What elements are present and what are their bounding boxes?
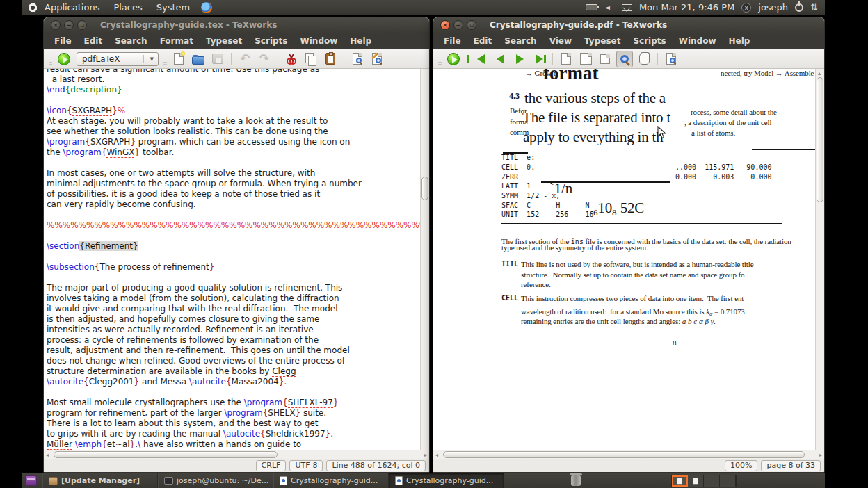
clock[interactable]: Mon Mar 21, 9:46 PM: [639, 2, 734, 13]
editor-titlebar[interactable]: × − ▫ Crystallography-guide.tex - TeXwor…: [44, 17, 429, 33]
battery-icon[interactable]: [586, 4, 597, 10]
menu-help[interactable]: Help: [344, 33, 378, 49]
fit-width-button[interactable]: [577, 51, 594, 67]
scroll-up-arrow[interactable]: ▴: [818, 70, 821, 76]
pdf-text: LATT 1: [501, 182, 531, 190]
menu-edit[interactable]: Edit: [78, 33, 109, 49]
minimize-button[interactable]: −: [453, 20, 463, 30]
scrollbar-thumb[interactable]: [817, 77, 823, 202]
code-segment: minimal adjustments to the space group o…: [47, 179, 362, 188]
engine-select[interactable]: pdfLaTeX: [77, 52, 159, 66]
pdf-horizontal-scrollbar[interactable]: ◂ ▸: [433, 450, 824, 459]
scrollbar-thumb[interactable]: [443, 451, 805, 458]
menu-help[interactable]: Help: [723, 33, 757, 49]
mail-icon[interactable]: [622, 4, 632, 11]
panel-menu-system[interactable]: System: [150, 2, 197, 13]
pdf-vertical-scrollbar[interactable]: ▴: [815, 69, 824, 451]
last-page-button[interactable]: [531, 51, 547, 67]
taskbar-window-button[interactable]: [Update Manager]: [42, 473, 158, 488]
menu-search[interactable]: Search: [498, 33, 542, 49]
maximize-button[interactable]: ▫: [467, 20, 476, 30]
firefox-icon[interactable]: [201, 2, 212, 13]
editor-text-area[interactable]: result can save a significant amount of …: [44, 69, 429, 451]
scroll-left-arrow[interactable]: ◂: [46, 452, 49, 458]
minimize-button[interactable]: −: [64, 20, 74, 30]
find-button[interactable]: [349, 51, 366, 67]
volume-icon[interactable]: ◄---: [604, 3, 615, 11]
toolbar-grip[interactable]: [438, 54, 442, 65]
code-segment: Massa2004: [232, 377, 279, 387]
scroll-left-arrow[interactable]: ◂: [435, 452, 438, 458]
scroll-right-arrow[interactable]: ▸: [819, 452, 822, 458]
toolbar-grip[interactable]: [49, 54, 52, 65]
fit-window-button[interactable]: [597, 51, 613, 67]
menu-typeset[interactable]: Typeset: [200, 33, 248, 49]
taskbar-window-button[interactable]: Crystallography-guid...: [273, 473, 389, 488]
undo-button[interactable]: ↶: [236, 51, 253, 67]
close-button[interactable]: ×: [51, 20, 61, 30]
typeset-button[interactable]: [445, 51, 462, 67]
open-file-button[interactable]: [190, 51, 207, 67]
new-file-button[interactable]: [170, 51, 187, 67]
menu-file[interactable]: File: [437, 33, 467, 49]
hand-tool-button[interactable]: [636, 51, 652, 67]
editor-line: [47, 231, 429, 241]
maximize-button[interactable]: ▫: [77, 20, 87, 30]
workspace-3[interactable]: [704, 475, 720, 487]
panel-menu-applications[interactable]: Applications: [38, 2, 106, 13]
close-button[interactable]: ×: [440, 20, 450, 30]
username[interactable]: joseph: [758, 2, 788, 13]
pdf-text: CELL: [501, 294, 518, 302]
scrollbar-thumb[interactable]: [421, 177, 428, 200]
fit-window-icon: [600, 54, 610, 64]
menu-window[interactable]: Window: [294, 33, 344, 49]
next-page-button[interactable]: [511, 51, 528, 67]
updown-arrows-icon[interactable]: ⇅: [810, 2, 818, 13]
find-icon: [666, 53, 676, 65]
menu-typeset[interactable]: Typeset: [578, 33, 627, 49]
actual-size-button[interactable]: [558, 51, 574, 67]
user-status-icon[interactable]: x: [741, 3, 751, 13]
redo-button[interactable]: ↷: [256, 51, 273, 67]
menu-edit[interactable]: Edit: [467, 33, 499, 49]
pdf-page-view[interactable]: → Grow tnected, try Model → Assemble ref…: [433, 69, 816, 451]
magnifier-tool-button[interactable]: [616, 51, 633, 67]
code-segment: \icon: [47, 106, 67, 115]
menu-format[interactable]: Format: [154, 33, 200, 49]
menu-view[interactable]: View: [543, 33, 578, 49]
power-icon[interactable]: [795, 3, 803, 12]
cut-button[interactable]: [283, 51, 300, 67]
find-replace-button[interactable]: [369, 51, 385, 67]
scroll-right-arrow[interactable]: ▸: [424, 452, 427, 458]
ubuntu-logo-icon[interactable]: [28, 3, 38, 13]
menu-window[interactable]: Window: [673, 33, 723, 49]
code-segment: is then adjusted, and hopefully comes cl…: [47, 314, 319, 324]
copy-button[interactable]: [303, 51, 319, 67]
menu-file[interactable]: File: [48, 33, 78, 49]
workspace-2[interactable]: [688, 475, 704, 487]
editor-horizontal-scrollbar[interactable]: ◂ ▸: [44, 450, 429, 459]
menu-scripts[interactable]: Scripts: [627, 33, 672, 49]
workspace-4[interactable]: [720, 475, 736, 487]
panel-menu-places[interactable]: Places: [106, 2, 149, 13]
taskbar-window-button[interactable]: Crystallography-guid...: [389, 473, 504, 488]
engine-value: pdfLaTeX: [82, 54, 120, 64]
typeset-button[interactable]: [56, 51, 72, 67]
editor-vertical-scrollbar[interactable]: [420, 69, 429, 451]
scrollbar-thumb[interactable]: [54, 451, 278, 458]
workspace-1[interactable]: [672, 475, 688, 487]
menu-scripts[interactable]: Scripts: [248, 33, 294, 49]
save-button[interactable]: [209, 51, 226, 67]
editor-line: a last resort.: [47, 74, 429, 85]
previous-page-button[interactable]: [492, 51, 508, 67]
menu-search[interactable]: Search: [108, 33, 153, 49]
pdf-titlebar[interactable]: × − ▫ Crystallography-guide.pdf - TeXwor…: [433, 17, 824, 33]
trash-icon[interactable]: [571, 475, 581, 486]
toolbar-grip[interactable]: [163, 54, 167, 65]
pdf-text: format: [543, 69, 598, 84]
find-button[interactable]: [663, 51, 680, 67]
first-page-button[interactable]: [472, 51, 489, 67]
show-desktop-button[interactable]: [25, 475, 37, 486]
taskbar-window-button[interactable]: joseph@ubuntu: ~/De...: [158, 473, 273, 488]
paste-button[interactable]: [322, 51, 339, 67]
